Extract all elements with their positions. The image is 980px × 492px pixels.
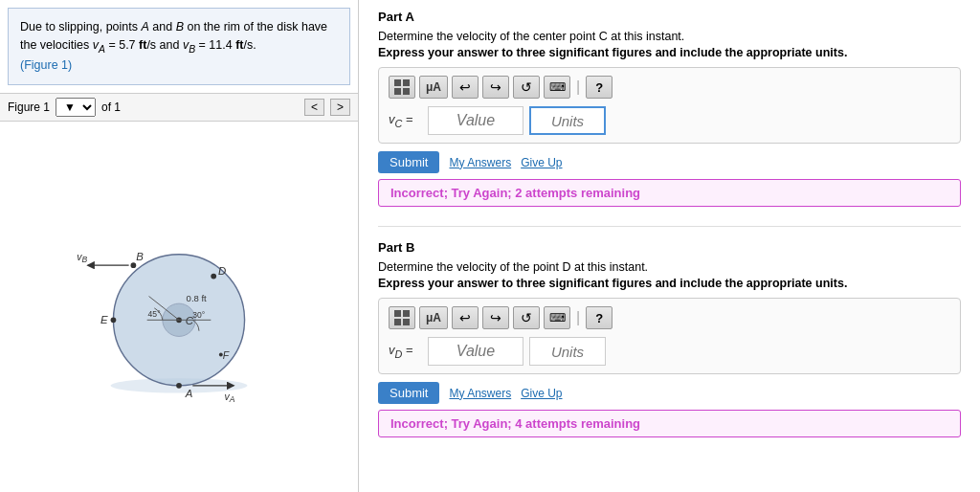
svg-rect-29	[394, 319, 401, 325]
figure-select[interactable]: ▼	[56, 98, 96, 117]
refresh-button-b[interactable]: ↺	[513, 306, 540, 329]
part-b-description: Determine the velocity of the point D at…	[378, 260, 961, 274]
part-b-toolbar: μA ↩ ↪ ↺ ⌨ | ?	[389, 306, 950, 329]
part-b-units-input[interactable]	[529, 337, 606, 366]
part-a-action-row: Submit My Answers Give Up	[378, 151, 961, 173]
toolbar-sep-a: |	[576, 78, 580, 96]
svg-text:E: E	[100, 314, 108, 325]
problem-text: Due to slipping, points A and B on the r…	[8, 8, 350, 85]
part-a-my-answers-button[interactable]: My Answers	[449, 156, 511, 169]
redo-button-b[interactable]: ↪	[482, 306, 509, 329]
redo-button-a[interactable]: ↪	[482, 76, 509, 99]
svg-text:D: D	[218, 265, 226, 277]
svg-point-16	[111, 318, 117, 324]
right-panel: Part A Determine the velocity of the cen…	[359, 0, 980, 492]
svg-rect-26	[403, 88, 410, 95]
part-b-input-row: vD =	[389, 337, 950, 366]
refresh-button-a[interactable]: ↺	[513, 76, 540, 99]
part-b-error-banner: Incorrect; Try Again; 4 attempts remaini…	[378, 410, 961, 437]
part-a-submit-button[interactable]: Submit	[378, 151, 439, 173]
undo-button-a[interactable]: ↩	[452, 76, 479, 99]
part-b-submit-button[interactable]: Submit	[378, 382, 439, 404]
parts-divider	[378, 226, 961, 227]
part-b-action-row: Submit My Answers Give Up	[378, 382, 961, 404]
svg-rect-27	[394, 310, 401, 317]
matrix-button-a[interactable]	[389, 76, 415, 99]
svg-text:B: B	[136, 252, 144, 263]
svg-rect-24	[403, 79, 410, 86]
mu-alpha-button-a[interactable]: μA	[419, 76, 448, 99]
figure-nav: Figure 1 ▼ of 1 < >	[0, 93, 358, 122]
svg-text:A: A	[185, 389, 193, 400]
problem-description: Due to slipping, points A and B on the r…	[20, 20, 327, 72]
svg-rect-25	[394, 88, 401, 95]
next-button[interactable]: >	[330, 99, 350, 116]
matrix-button-b[interactable]	[389, 306, 415, 329]
part-a-toolbar: μA ↩ ↪ ↺ ⌨ | ?	[389, 76, 950, 99]
keyboard-button-a[interactable]: ⌨	[544, 76, 570, 99]
svg-text:45°: 45°	[148, 310, 161, 320]
help-button-b[interactable]: ?	[586, 306, 612, 329]
part-b-input-label: vD =	[389, 343, 422, 360]
svg-text:vA: vA	[225, 391, 235, 402]
svg-text:0.8 ft: 0.8 ft	[187, 294, 208, 304]
toolbar-sep-b: |	[576, 309, 580, 326]
svg-text:F: F	[223, 351, 230, 362]
svg-point-14	[211, 274, 216, 280]
part-b-instructions: Express your answer to three significant…	[378, 277, 961, 290]
svg-text:vB: vB	[77, 253, 87, 265]
diagram-svg: C A vA B vB D E	[45, 211, 313, 402]
part-a-description: Determine the velocity of the center poi…	[378, 30, 961, 43]
part-a-section: Part A Determine the velocity of the cen…	[378, 10, 961, 207]
part-a-units-input[interactable]	[529, 106, 606, 135]
svg-rect-30	[403, 319, 410, 325]
svg-point-6	[176, 383, 182, 389]
part-b-value-input[interactable]	[428, 337, 523, 366]
svg-rect-23	[394, 79, 401, 86]
part-b-give-up-button[interactable]: Give Up	[521, 387, 562, 400]
prev-button[interactable]: <	[304, 99, 324, 116]
help-button-a[interactable]: ?	[586, 76, 612, 99]
svg-rect-28	[403, 310, 410, 317]
part-b-answer-box: μA ↩ ↪ ↺ ⌨ | ? vD =	[378, 298, 961, 374]
part-a-answer-box: μA ↩ ↪ ↺ ⌨ | ? vC =	[378, 67, 961, 144]
svg-text:30°: 30°	[192, 311, 205, 321]
part-a-error-banner: Incorrect; Try Again; 2 attempts remaini…	[378, 179, 961, 207]
part-b-title: Part B	[378, 240, 961, 255]
figure-area: C A vA B vB D E	[0, 122, 358, 492]
part-a-input-row: vC =	[389, 106, 950, 135]
undo-button-b[interactable]: ↩	[452, 306, 479, 329]
svg-point-10	[131, 263, 137, 269]
part-a-value-input[interactable]	[428, 106, 523, 135]
keyboard-button-b[interactable]: ⌨	[544, 306, 570, 329]
part-a-instructions: Express your answer to three significant…	[378, 46, 961, 59]
mu-alpha-button-b[interactable]: μA	[419, 306, 448, 329]
part-a-input-label: vC =	[389, 112, 422, 129]
figure-label: Figure 1	[8, 101, 50, 114]
left-panel: Due to slipping, points A and B on the r…	[0, 0, 359, 492]
part-a-title: Part A	[378, 10, 961, 24]
part-a-give-up-button[interactable]: Give Up	[521, 156, 562, 169]
part-b-my-answers-button[interactable]: My Answers	[449, 387, 511, 400]
part-b-section: Part B Determine the velocity of the poi…	[378, 240, 961, 437]
of-label: of 1	[101, 101, 121, 114]
